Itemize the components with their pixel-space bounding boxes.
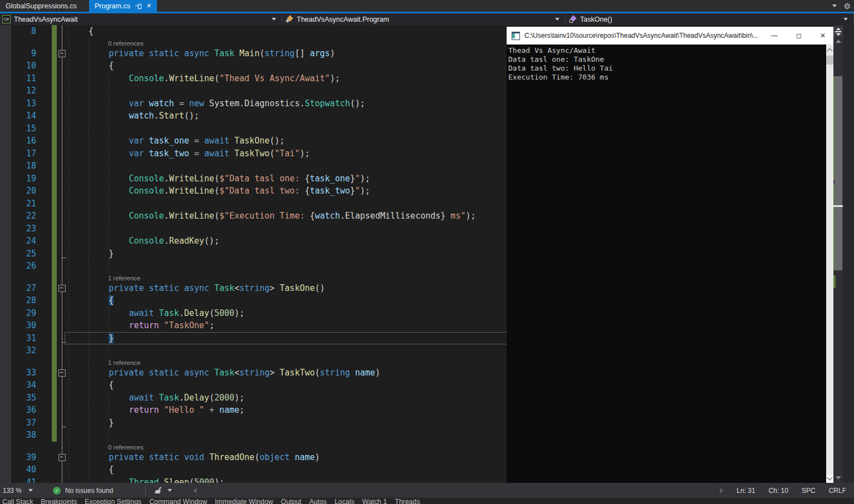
- outlining-margin: [57, 110, 68, 122]
- project-dropdown[interactable]: C# TheadVsAsyncAwait: [0, 13, 282, 25]
- type-dropdown[interactable]: TheadVsAsyncAwait.Program: [282, 13, 566, 25]
- change-bar: [52, 379, 57, 392]
- change-bar: [52, 463, 57, 476]
- panel-tab-call-stack[interactable]: Call Stack: [2, 498, 33, 504]
- scroll-up-icon[interactable]: [836, 39, 841, 43]
- outlining-margin: [57, 417, 68, 429]
- code-cleanup-icon[interactable]: [155, 487, 162, 494]
- scroll-up-icon[interactable]: [827, 48, 833, 54]
- outlining-margin: [57, 392, 68, 404]
- outlining-margin: [57, 85, 68, 97]
- scrollbar-thumb[interactable]: [826, 56, 833, 65]
- member-dropdown[interactable]: TaskOne(): [566, 13, 854, 25]
- console-line: Execution Time: 7036 ms: [508, 73, 826, 82]
- navigate-forward-icon[interactable]: [720, 488, 723, 493]
- codelens-references[interactable]: 1 reference: [108, 274, 140, 282]
- panel-tab-immediate-window[interactable]: Immediate Window: [215, 498, 273, 504]
- panel-tab-locals[interactable]: Locals: [335, 498, 355, 504]
- scrollbar-thumb[interactable]: [835, 76, 842, 270]
- line-number: 36: [11, 404, 36, 417]
- change-bar: [52, 110, 57, 122]
- line-number: 39: [11, 451, 36, 464]
- tab-list-dropdown-icon[interactable]: [832, 4, 837, 7]
- line-number: 38: [11, 429, 36, 442]
- tool-window-tab-strip: Call StackBreakpointsException SettingsC…: [0, 498, 854, 504]
- panel-tab-breakpoints[interactable]: Breakpoints: [41, 498, 77, 504]
- indent-guide: [89, 429, 89, 442]
- line-number: 13: [11, 97, 36, 110]
- document-tab-bar: GlobalSuppressions.cs Program.cs ✕ ⚙: [0, 0, 854, 12]
- console-output[interactable]: Thead Vs Async/AwaitData tasl one: TaskO…: [507, 45, 826, 483]
- indent-guide: [109, 223, 109, 235]
- outlining-margin: [57, 294, 68, 307]
- tab-program-active[interactable]: Program.cs ✕: [89, 0, 157, 12]
- panel-tab-watch-1[interactable]: Watch 1: [362, 498, 387, 504]
- outlining-margin: [57, 38, 68, 47]
- pin-icon[interactable]: [135, 3, 141, 9]
- chevron-down-icon: [272, 18, 276, 21]
- zoom-level: 133 %: [3, 487, 22, 495]
- indent-guide: [68, 38, 69, 47]
- indent-guide: [109, 85, 109, 97]
- tab-globalsuppressions[interactable]: GlobalSuppressions.cs: [0, 0, 89, 12]
- change-bar: [52, 235, 57, 248]
- csharp-project-icon: C#: [2, 15, 11, 23]
- console-title-bar[interactable]: C:\Users\tainv10\source\repos\TheadVsAsy…: [507, 27, 833, 45]
- change-bar: [52, 357, 57, 367]
- line-number: 37: [11, 417, 36, 429]
- chevron-down-icon[interactable]: [168, 489, 172, 492]
- change-bar: [52, 319, 57, 332]
- collapse-region-icon[interactable]: [58, 369, 66, 377]
- outlining-margin: [57, 319, 68, 332]
- caret-position-mark: [833, 205, 843, 207]
- line-number: 32: [11, 344, 36, 357]
- outlining-margin: [57, 235, 68, 248]
- collapse-region-icon[interactable]: [58, 285, 66, 292]
- chevron-down-icon: [555, 18, 559, 21]
- panel-tab-exception-settings[interactable]: Exception Settings: [85, 498, 141, 504]
- line-number: 10: [11, 60, 36, 72]
- collapse-region-icon[interactable]: [58, 454, 66, 461]
- change-bar: [52, 135, 57, 147]
- line-number: 40: [11, 463, 36, 476]
- panel-tab-output[interactable]: Output: [281, 498, 302, 504]
- indent-guide: [89, 344, 89, 357]
- gear-icon[interactable]: ⚙: [843, 2, 851, 10]
- panel-tab-autos[interactable]: Autos: [310, 498, 327, 504]
- codelens-references[interactable]: 1 reference: [108, 358, 140, 367]
- navigate-back-icon[interactable]: [193, 488, 197, 493]
- collapse-region-icon[interactable]: [58, 50, 66, 57]
- change-bar: [52, 210, 57, 223]
- zoom-selector[interactable]: 133 %: [3, 487, 33, 495]
- codelens-references[interactable]: 0 references: [108, 443, 144, 451]
- change-bar: [52, 260, 57, 273]
- line-ending-indicator: CRLF: [829, 487, 846, 495]
- scroll-down-button[interactable]: [826, 475, 833, 483]
- indent-guide: [89, 442, 89, 451]
- split-editor-handle[interactable]: [833, 27, 843, 37]
- panel-tab-command-window[interactable]: Command Window: [149, 498, 207, 504]
- document-health-indicator[interactable]: ✓ No issues found: [53, 487, 113, 495]
- change-bar: [52, 25, 57, 38]
- outlining-margin: [57, 367, 68, 379]
- close-icon[interactable]: ✕: [820, 32, 826, 39]
- codelens-references[interactable]: 0 references: [108, 39, 144, 47]
- line-number: 22: [11, 210, 36, 223]
- tab-label: Program.cs: [95, 2, 130, 10]
- maximize-icon[interactable]: ◻: [796, 32, 802, 39]
- panel-tab-threads[interactable]: Threads: [395, 498, 420, 504]
- chevron-down-icon: [28, 489, 33, 492]
- console-line: Thead Vs Async/Await: [508, 46, 826, 55]
- change-bar: [52, 307, 57, 320]
- close-icon[interactable]: ✕: [146, 2, 151, 9]
- indent-guide: [68, 223, 69, 235]
- console-scrollbar[interactable]: [826, 45, 833, 483]
- scroll-down-icon[interactable]: [836, 476, 841, 480]
- indent-guide: [68, 197, 69, 210]
- outlining-margin: [57, 72, 68, 85]
- editor-scrollbar[interactable]: [833, 25, 843, 483]
- line-number: 17: [11, 147, 36, 160]
- indent-guide: [68, 85, 69, 97]
- outlining-margin: [57, 260, 68, 273]
- minimize-icon[interactable]: —: [771, 32, 778, 39]
